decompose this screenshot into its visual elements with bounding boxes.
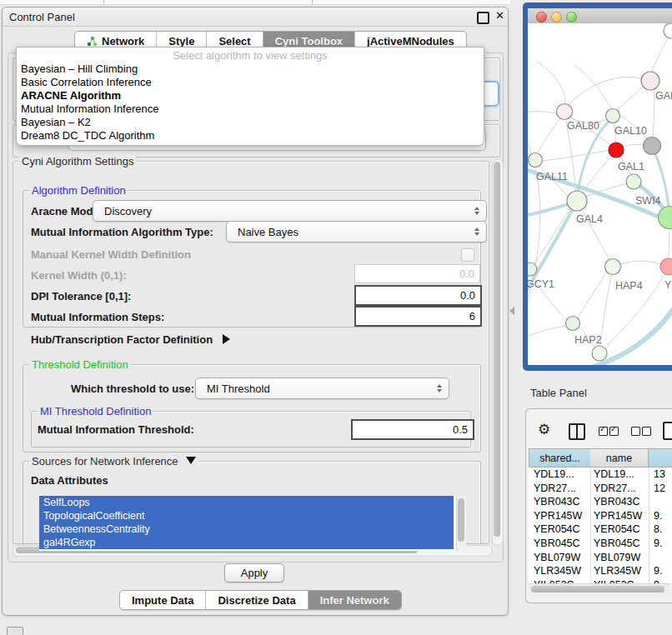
desktop: Control Panel ✕ Network Style Select Cyn… [0,0,672,635]
cell-shared-name: YDL19... [534,468,589,480]
column-header-name[interactable]: name [590,448,649,468]
close-traffic-light-icon[interactable] [536,12,547,22]
apply-button[interactable]: Apply [224,563,284,582]
network-canvas[interactable]: GALGAL80GAL10GAL1SWI4GAL11GAL4GCY1HAP4YH… [528,23,672,365]
network-node-top-node[interactable] [664,23,672,38]
dropdown-option[interactable]: Bayesian – Hill Climbing [17,62,484,76]
cyni-bottom-tabbar: Impute Data Discretize Data Infer Networ… [119,590,402,610]
mi-type-label: Mutual Information Algorithm Type: [31,226,213,238]
dropdown-option[interactable]: Mutual Information Inference [17,102,484,116]
mi-threshold-group-title: MI Threshold Definition [38,405,153,418]
cell-value: 13 [654,468,672,480]
network-node-gal11[interactable] [529,153,543,168]
network-node-gal4[interactable] [567,191,587,211]
tab-impute-data[interactable]: Impute Data [120,591,205,609]
network-node-gal1[interactable] [609,142,624,158]
mi-threshold-input[interactable]: 0.5 [351,419,474,440]
splitpane-collapse-grip[interactable] [509,307,514,315]
network-node-gal10[interactable] [606,109,620,123]
aracne-mode-value: Discovery [104,205,152,218]
network-node-hap2[interactable] [566,317,580,331]
expand-right-icon [223,334,230,344]
dpi-tolerance-input[interactable]: 0.0 [354,285,482,306]
tab-label: Discretize Data [218,594,295,607]
hub-section-toggle[interactable]: Hub/Transcription Factor Definition [31,333,230,346]
kernel-width-input[interactable]: 0.0 [354,264,480,283]
gear-icon[interactable]: ⚙ [538,421,550,438]
cell-name: YER054C [594,523,647,535]
attribute-list-item[interactable]: TopologicalCoefficient [39,509,454,522]
checked-box-icon[interactable] [599,427,608,436]
settings-vertical-scrollbar[interactable] [492,159,504,546]
document-icon[interactable] [663,422,672,440]
manual-kernel-checkbox[interactable] [461,248,474,262]
dropdown-option[interactable]: ARACNE Algorithm [17,89,484,102]
column-header-cut[interactable] [649,448,672,468]
cell-name: YLR345W [594,565,647,577]
sources-section-toggle[interactable]: Sources for Network Inference [29,455,198,468]
network-node-gray-node[interactable] [644,138,661,155]
table-row[interactable]: YBL079W YBL079W [529,551,672,565]
table-row[interactable]: YBR045C YBR045C 9. [529,537,672,551]
scrollbar-thumb[interactable] [458,498,464,542]
aracne-mode-combo[interactable]: Discovery [93,200,487,222]
table-horizontal-scrollbar[interactable] [529,583,670,594]
scrollbar-thumb[interactable] [531,586,664,592]
attribute-list-item[interactable]: gal4RGexp [39,536,454,549]
unchecked-box-icon[interactable] [642,427,651,436]
attribute-list-scrollbar[interactable] [456,496,466,551]
minimize-traffic-light-icon[interactable] [551,12,562,22]
network-node-gal-cut[interactable] [641,72,659,90]
network-node-green-node[interactable] [659,207,672,229]
network-node-gcy1[interactable] [528,262,537,276]
table-row[interactable]: YLR345W YLR345W 9. [529,564,672,578]
network-node-salmon-node[interactable] [660,258,672,275]
tab-label: Network [102,35,144,48]
network-node-label: HAP2 [574,334,602,346]
scrollbar-thumb[interactable] [494,162,500,537]
kernel-width-value: 0.0 [459,268,474,280]
dropdown-option[interactable]: Bayesian – K2 [17,116,484,129]
which-threshold-combo[interactable]: MI Threshold [195,378,449,399]
cell-shared-name: YPR145W [534,510,589,522]
control-panel-title: Control Panel [9,11,75,23]
dpi-tolerance-label: DPI Tolerance [0,1]: [31,290,131,302]
float-window-button[interactable] [477,12,489,24]
cell-value: 9. [654,510,672,522]
cell-name: YBL079W [594,552,647,563]
cell-name: YBR043C [594,496,647,508]
table-row[interactable]: YPR145W YPR145W 9. [529,509,672,523]
table-row[interactable]: YDL19... YDL19... 13 [529,468,672,482]
network-node-label: HAP4 [615,280,643,292]
unchecked-box-icon[interactable] [631,427,640,436]
corner-widget-button[interactable] [7,627,23,635]
mi-steps-input[interactable]: 6 [354,306,482,327]
network-edge [669,228,669,258]
dropdown-option[interactable]: Basic Correlation Inference [17,76,484,89]
table-header-row: shared... name [529,448,672,468]
table-row[interactable]: YBR043C YBR043C [529,495,672,509]
checked-box-icon[interactable] [609,427,619,436]
table-row[interactable]: YER054C YER054C 8. [529,522,672,537]
attribute-list-item[interactable]: SelfLoops [39,496,454,509]
attribute-list-item[interactable]: BetweennessCentrality [39,522,454,536]
split-columns-icon[interactable] [569,423,585,440]
column-header-shared[interactable]: shared... [529,448,591,468]
network-node-label: GAL1 [618,161,644,172]
close-icon[interactable]: ✕ [495,9,504,22]
dropdown-option[interactable]: Dream8 DC_TDC Algorithm [17,129,484,142]
mi-type-combo[interactable]: Naive Bayes [226,221,487,242]
cell-name: YDR27... [594,482,647,494]
dropdown-option-label: Mutual Information Inference [21,102,158,115]
network-node-bottom-node[interactable] [592,346,607,361]
table-row[interactable]: YDR27... YDR27... 12 [529,482,672,496]
tab-infer-network[interactable]: Infer Network [308,591,401,609]
network-node-label: GAL11 [536,171,568,182]
network-node-swi4[interactable] [626,174,641,189]
network-node-gal80[interactable] [557,104,573,120]
network-node-hap4[interactable] [605,259,621,275]
dropdown-placeholder: Select algorithm to view settings [17,49,484,62]
tab-discretize-data[interactable]: Discretize Data [205,591,307,609]
network-edge [536,61,565,104]
zoom-traffic-light-icon[interactable] [566,12,577,22]
